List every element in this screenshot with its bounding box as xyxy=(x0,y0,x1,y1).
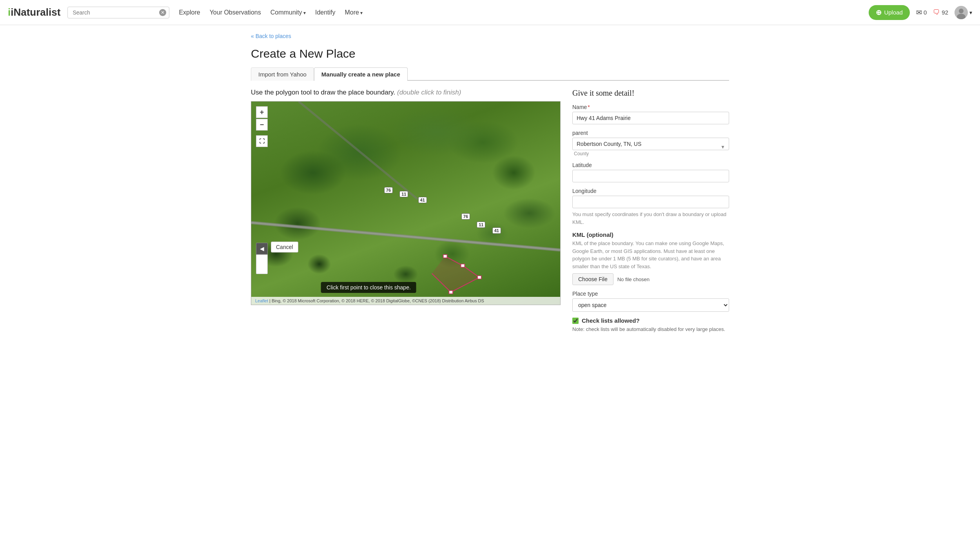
user-menu-arrow: ▾ xyxy=(969,9,972,16)
tab-import-yahoo[interactable]: Import from Yahoo xyxy=(251,67,314,81)
nav-actions: ⊕ Upload ✉ 0 🗨 92 ▾ xyxy=(869,5,972,20)
instruction-text: Use the polygon tool to draw the place b… xyxy=(251,89,561,96)
search-clear-button[interactable]: ✕ xyxy=(159,9,166,16)
logo: iiNaturalist xyxy=(8,6,60,18)
form-section: Give it some detail! Name* parent Robert… xyxy=(572,89,729,339)
avatar-icon xyxy=(955,6,968,19)
map-container[interactable]: 76 11 41 76 11 41 + − ⛶ ◀ xyxy=(251,101,561,305)
back-to-places-link[interactable]: « Back to places xyxy=(251,33,291,39)
map-controls: + − ⛶ xyxy=(256,106,268,147)
place-type-label: Place type xyxy=(572,291,729,297)
no-file-chosen-text: No file chosen xyxy=(617,276,650,282)
file-input-row: Choose File No file chosen xyxy=(572,273,729,285)
map-aerial-background xyxy=(251,102,560,305)
parent-field-group: parent Robertson County, TN, US County ▼ xyxy=(572,130,729,156)
cancel-drawing-button[interactable]: Cancel xyxy=(271,242,298,253)
search-wrap: ✕ xyxy=(67,7,169,18)
place-type-field-group: Place type open space country state coun… xyxy=(572,291,729,312)
tab-manually-create[interactable]: Manually create a new place xyxy=(314,67,408,81)
navbar: iiNaturalist ✕ Explore Your Observations… xyxy=(0,0,980,25)
layer-buttons: ◀ xyxy=(256,243,268,274)
leaflet-link[interactable]: Leaflet xyxy=(255,298,268,303)
latitude-input[interactable] xyxy=(572,170,729,182)
parent-label: parent xyxy=(572,130,729,136)
layer-left-button[interactable]: ◀ xyxy=(256,243,268,254)
page-content: « Back to places Create a New Place Impo… xyxy=(239,25,741,347)
zoom-out-button[interactable]: − xyxy=(256,119,268,131)
tabs-bar: Import from Yahoo Manually create a new … xyxy=(251,67,729,81)
user-avatar-wrap[interactable]: ▾ xyxy=(955,6,972,19)
name-field-group: Name* xyxy=(572,104,729,124)
nav-more[interactable]: More xyxy=(345,9,363,16)
search-input[interactable] xyxy=(67,7,169,18)
choose-file-button[interactable]: Choose File xyxy=(572,273,613,285)
upload-plus-icon: ⊕ xyxy=(876,8,882,17)
kml-hint-text: KML of the place boundary. You can make … xyxy=(572,240,729,270)
attribution-text: | Bing, © 2018 Microsoft Corporation, © … xyxy=(269,298,484,303)
name-label: Name* xyxy=(572,104,729,110)
kml-field-group: KML (optional) KML of the place boundary… xyxy=(572,231,729,285)
parent-select[interactable]: Robertson County, TN, US xyxy=(572,138,729,150)
latitude-label: Latitude xyxy=(572,162,729,168)
longitude-field-group: Longitude You must specify coordinates i… xyxy=(572,188,729,226)
nav-your-observations[interactable]: Your Observations xyxy=(210,9,261,16)
nav-explore[interactable]: Explore xyxy=(179,9,200,16)
main-area: Use the polygon tool to draw the place b… xyxy=(251,89,729,339)
nav-identify[interactable]: Identify xyxy=(315,9,336,16)
nav-community[interactable]: Community xyxy=(270,9,306,16)
check-lists-note: Note: check lists will be automatically … xyxy=(572,325,729,333)
mail-icon: ✉ xyxy=(916,8,922,17)
layer-toggle: ◀ xyxy=(256,243,268,274)
check-lists-group: Check lists allowed? Note: check lists w… xyxy=(572,317,729,333)
parent-select-wrap: Robertson County, TN, US County ▼ xyxy=(572,138,729,156)
check-lists-checkbox[interactable] xyxy=(572,318,579,324)
check-lists-row: Check lists allowed? xyxy=(572,317,729,324)
place-type-select[interactable]: open space country state county town par… xyxy=(572,298,729,312)
mail-badge[interactable]: ✉ 0 xyxy=(916,8,927,17)
user-avatar xyxy=(955,6,968,19)
latitude-field-group: Latitude xyxy=(572,162,729,182)
kml-label: KML (optional) xyxy=(572,231,729,238)
page-title: Create a New Place xyxy=(251,47,729,60)
map-attribution: Leaflet | Bing, © 2018 Microsoft Corpora… xyxy=(251,297,560,305)
nav-links: Explore Your Observations Community Iden… xyxy=(179,9,869,16)
notification-icon: 🗨 xyxy=(933,8,940,16)
upload-button[interactable]: ⊕ Upload xyxy=(869,5,910,20)
name-input[interactable] xyxy=(572,112,729,124)
check-lists-label: Check lists allowed? xyxy=(582,317,640,324)
layer-toggle-slider[interactable] xyxy=(256,254,268,274)
zoom-in-button[interactable]: + xyxy=(256,106,268,118)
fullscreen-button[interactable]: ⛶ xyxy=(256,135,268,147)
notifications-badge[interactable]: 🗨 92 xyxy=(933,8,948,16)
form-title: Give it some detail! xyxy=(572,89,729,98)
longitude-label: Longitude xyxy=(572,188,729,194)
map-section: Use the polygon tool to draw the place b… xyxy=(251,89,561,305)
svg-point-1 xyxy=(959,9,964,13)
name-required-star: * xyxy=(588,104,590,110)
longitude-input[interactable] xyxy=(572,196,729,208)
coords-hint-text: You must specify coordinates if you don'… xyxy=(572,211,729,226)
parent-type-label: County xyxy=(574,151,589,156)
